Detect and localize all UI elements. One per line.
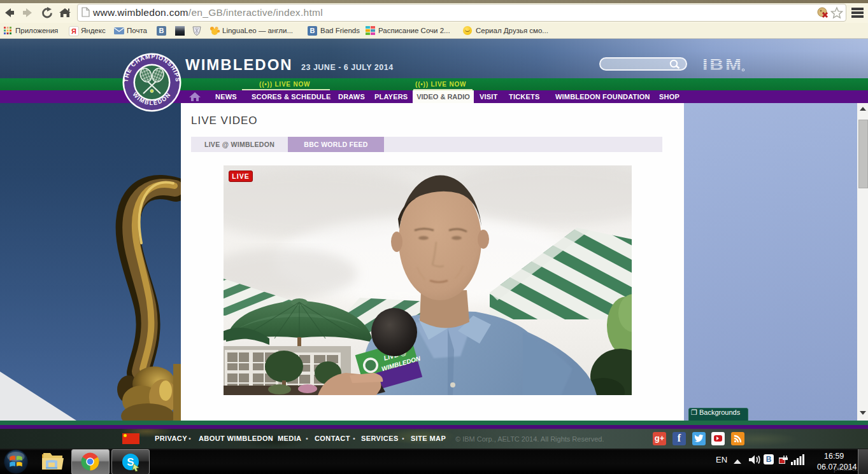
svg-text:IBM: IBM bbox=[702, 56, 743, 71]
